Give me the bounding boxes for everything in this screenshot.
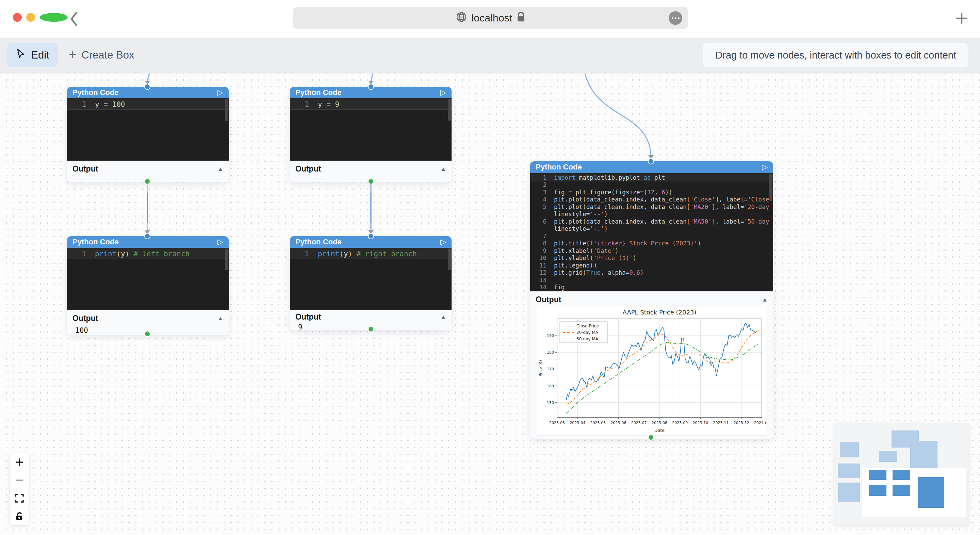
code-line[interactable]: 5plt.plot(data_clean.index, data_clean['… bbox=[530, 203, 773, 211]
minimap[interactable] bbox=[834, 423, 969, 525]
minimap-node-visible bbox=[918, 477, 944, 508]
code-line[interactable]: 6plt.plot(data_clean.index, data_clean['… bbox=[530, 218, 773, 225]
collapse-icon[interactable]: ▲ bbox=[440, 166, 446, 172]
node-title: Python Code bbox=[73, 88, 119, 97]
svg-text:170: 170 bbox=[547, 367, 554, 371]
minimap-node bbox=[879, 451, 897, 462]
code-line[interactable]: 4plt.plot(data_clean.index, data_clean['… bbox=[530, 196, 773, 204]
run-icon[interactable]: ▷ bbox=[440, 237, 446, 247]
code-editor[interactable]: 1y = 9 bbox=[290, 98, 452, 161]
edge-into-node1[interactable] bbox=[147, 73, 150, 83]
run-icon[interactable]: ▷ bbox=[762, 163, 768, 172]
new-tab-plus-icon[interactable] bbox=[954, 11, 969, 26]
node-title: Python Code bbox=[536, 163, 582, 172]
code-line[interactable]: 13 bbox=[530, 276, 773, 284]
run-icon[interactable]: ▷ bbox=[440, 88, 446, 97]
code-editor[interactable]: 1print(y) # left branch bbox=[67, 248, 229, 310]
address-host: localhost bbox=[471, 12, 512, 24]
code-line[interactable]: 2 bbox=[530, 182, 773, 189]
code-line[interactable]: 12plt.grid(True, alpha=0.6) bbox=[530, 269, 773, 277]
editor-scrollbar[interactable] bbox=[769, 174, 772, 201]
code-line[interactable]: 1y = 9 bbox=[290, 99, 452, 110]
collapse-icon[interactable]: ▲ bbox=[218, 166, 223, 172]
target-handle-node5[interactable] bbox=[648, 158, 654, 164]
code-line[interactable]: 11plt.legend() bbox=[530, 262, 773, 269]
target-handle-node3[interactable] bbox=[144, 233, 150, 239]
code-line[interactable]: 7 bbox=[530, 232, 773, 240]
code-editor[interactable]: 1import matplotlib.pyplot as plt23fig = … bbox=[530, 173, 773, 291]
collapse-icon[interactable]: ▲ bbox=[440, 314, 446, 321]
editor-scrollbar[interactable] bbox=[225, 248, 228, 270]
close-window-button[interactable] bbox=[13, 13, 22, 22]
code-line[interactable]: 1print(y) # right branch bbox=[290, 248, 452, 259]
svg-text:Price ($): Price ($) bbox=[538, 360, 543, 376]
output-label: Output bbox=[73, 314, 98, 323]
source-handle-node3[interactable] bbox=[144, 331, 150, 337]
code-line[interactable]: linestyle='--') bbox=[530, 211, 773, 218]
lock-icon bbox=[517, 11, 525, 25]
create-box-button[interactable]: + Create Box bbox=[69, 43, 134, 67]
collapse-icon[interactable]: ▲ bbox=[218, 315, 223, 322]
svg-text:Date: Date bbox=[654, 428, 665, 433]
minimap-node bbox=[838, 463, 860, 478]
edit-mode-button[interactable]: Edit bbox=[7, 43, 58, 67]
matplotlib-figure: 2023-032023-042023-052023-062023-072023-… bbox=[537, 307, 766, 436]
target-handle-node2[interactable] bbox=[368, 84, 374, 90]
code-editor[interactable]: 1y = 100 bbox=[67, 98, 229, 161]
zoom-in-button[interactable] bbox=[10, 453, 29, 471]
target-handle-node4[interactable] bbox=[368, 233, 374, 239]
code-line[interactable]: 1y = 100 bbox=[67, 99, 229, 110]
svg-text:180: 180 bbox=[547, 350, 554, 355]
node-title: Python Code bbox=[295, 237, 342, 247]
svg-text:150: 150 bbox=[547, 401, 554, 405]
collapse-icon[interactable]: ▲ bbox=[762, 296, 768, 303]
svg-text:2023-12: 2023-12 bbox=[733, 420, 749, 425]
run-icon[interactable]: ▷ bbox=[218, 237, 223, 247]
minimize-window-button[interactable] bbox=[26, 13, 35, 22]
back-icon[interactable] bbox=[67, 10, 82, 28]
code-line[interactable]: 1print(y) # left branch bbox=[67, 248, 229, 259]
svg-text:2024-01: 2024-01 bbox=[754, 420, 766, 425]
code-line[interactable]: 9plt.xlabel('Date') bbox=[530, 247, 773, 255]
node-python-y9[interactable]: Python Code ▷ 1y = 9 Output ▲ bbox=[290, 87, 452, 182]
node-python-y100[interactable]: Python Code ▷ 1y = 100 Output ▲ bbox=[67, 87, 229, 182]
source-handle-node4[interactable] bbox=[368, 326, 374, 332]
app-window: localhost Edit + Create Box Drag to move… bbox=[0, 0, 980, 535]
code-line[interactable]: 14fig bbox=[530, 284, 773, 291]
fit-view-button[interactable] bbox=[10, 489, 29, 508]
source-handle-node1[interactable] bbox=[144, 178, 150, 185]
source-handle-node5[interactable] bbox=[648, 434, 654, 440]
edge-into-node2[interactable] bbox=[371, 73, 373, 83]
node-python-print-right[interactable]: Python Code ▷ 1print(y) # right branch O… bbox=[290, 236, 452, 330]
minimap-node-visible bbox=[869, 470, 886, 480]
code-editor[interactable]: 1print(y) # right branch bbox=[290, 248, 452, 310]
lock-toggle-icon[interactable] bbox=[10, 508, 29, 525]
editor-scrollbar[interactable] bbox=[225, 99, 228, 121]
canvas-controls bbox=[10, 453, 29, 525]
output-panel: Output ▲ 2023-032023-042023-052023-06202… bbox=[530, 291, 773, 439]
address-bar[interactable]: localhost bbox=[293, 7, 688, 29]
svg-text:160: 160 bbox=[547, 384, 554, 389]
code-line[interactable]: 8plt.title(f'{ticker} Stock Price (2023)… bbox=[530, 240, 773, 247]
flow-canvas[interactable]: Python Code ▷ 1y = 100 Output ▲ Python C… bbox=[0, 73, 980, 535]
run-icon[interactable]: ▷ bbox=[218, 88, 223, 97]
code-line[interactable]: linestyle='-.') bbox=[530, 225, 773, 233]
code-line[interactable]: 3fig = plt.figure(figsize=(12, 6)) bbox=[530, 188, 773, 196]
svg-text:2023-09: 2023-09 bbox=[672, 420, 688, 425]
code-line[interactable]: 1import matplotlib.pyplot as plt bbox=[530, 174, 773, 182]
node-python-print-left[interactable]: Python Code ▷ 1print(y) # left branch Ou… bbox=[67, 236, 229, 335]
editor-scrollbar[interactable] bbox=[448, 99, 451, 121]
target-handle-node1[interactable] bbox=[144, 84, 150, 90]
node-python-plot[interactable]: Python Code ▷ 1import matplotlib.pyplot … bbox=[530, 161, 773, 439]
zoom-out-button[interactable] bbox=[10, 471, 29, 489]
source-handle-node2[interactable] bbox=[368, 178, 374, 185]
editor-scrollbar[interactable] bbox=[448, 248, 451, 270]
node-title: Python Code bbox=[295, 88, 342, 97]
edge-into-node5[interactable] bbox=[582, 73, 651, 158]
output-label: Output bbox=[295, 164, 321, 174]
ellipsis-icon[interactable] bbox=[669, 11, 682, 25]
minimap-node bbox=[910, 441, 937, 468]
svg-text:Close Price: Close Price bbox=[576, 324, 599, 328]
code-line[interactable]: 10plt.ylabel('Price ($)') bbox=[530, 255, 773, 262]
maximize-window-button[interactable] bbox=[40, 13, 68, 22]
